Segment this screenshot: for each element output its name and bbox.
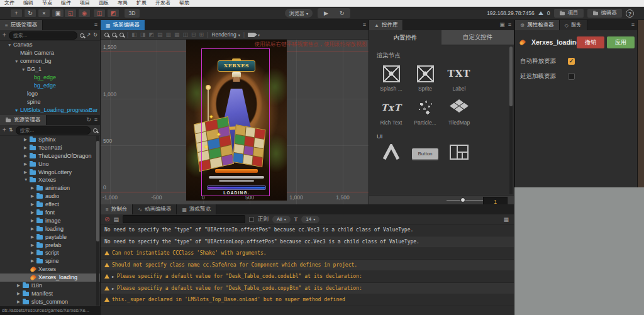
zoom-in-icon[interactable] (104, 33, 109, 37)
hierarchy-node[interactable]: ▼LMSlots_Loading_progressBar (0, 106, 100, 114)
asset-item[interactable]: ▶effect (0, 201, 100, 209)
asset-item[interactable]: Xerxes_loading (0, 274, 100, 282)
expand-arrow-icon[interactable]: ▶ (24, 169, 30, 177)
clear-console-icon[interactable]: ⊘ (104, 216, 109, 223)
scale-tool[interactable]: × (38, 9, 50, 18)
asset-item[interactable]: ▶Uno (0, 160, 100, 169)
export-log-icon[interactable]: ▤ (113, 216, 119, 223)
asset-item[interactable]: ▶prefab (0, 241, 100, 250)
menu-item[interactable]: 扩展 (132, 0, 151, 6)
expand-arrow-icon[interactable]: ▶ (31, 209, 36, 217)
expand-arrow-icon[interactable]: ▶ (24, 160, 30, 169)
log-level-dropdown[interactable]: All▾ (272, 216, 291, 223)
menu-item[interactable]: 节点 (38, 0, 57, 6)
revert-button[interactable]: 撤销 (577, 36, 604, 48)
menu-item[interactable]: 帮助 (175, 0, 194, 6)
asset-item[interactable]: ▶animation (0, 184, 100, 192)
log-row[interactable]: ▶Please specifiy a default value for "De… (101, 271, 514, 283)
tab-游戏预览[interactable]: ▦游戏预览 (177, 204, 216, 214)
asset-item[interactable]: ▼Xerxes (0, 176, 100, 184)
tab-assets[interactable]: 资源管理器 (0, 115, 47, 125)
font-size-dropdown[interactable]: 14▾ (301, 216, 319, 223)
scene-tool-icon[interactable]: ◩ (148, 31, 154, 38)
scene-tool-icon[interactable]: ▦ (174, 31, 180, 38)
asset-item[interactable]: ▶audio (0, 192, 100, 201)
move-tool[interactable]: + (10, 9, 23, 18)
add-asset-button[interactable]: + (3, 127, 6, 133)
widget-item-layout[interactable] (442, 142, 476, 172)
menu-item[interactable]: 项目 (75, 0, 94, 6)
expand-arrow-icon[interactable]: ▶ (112, 274, 114, 279)
scene-canvas[interactable]: 使用鼠标右键平移视窗焦点，使用滚轮缩放视图 XERXES ✦ ✦ ✦ (101, 40, 369, 204)
expand-arrow-icon[interactable]: ▼ (8, 41, 13, 49)
pivot-mode-button[interactable]: ◱ (64, 9, 77, 18)
expand-arrow-icon[interactable]: ▶ (24, 144, 30, 152)
tab-scene-editor[interactable]: ▦ 场景编辑器 (101, 20, 145, 30)
menu-item[interactable]: 开发者 (151, 0, 175, 6)
hierarchy-node[interactable]: ▼BG_1 (0, 65, 100, 74)
rendering-dropdown[interactable]: Rendering▾ (211, 31, 240, 38)
asset-item[interactable]: ▶i18n (0, 282, 100, 290)
widget-item-richtext[interactable]: TxTRich Text (374, 96, 408, 126)
asset-item[interactable]: ▶Sphinx (0, 136, 100, 144)
zoom-reset-icon[interactable] (119, 33, 124, 37)
menu-item[interactable]: 布局 (113, 0, 132, 6)
console-layout-icon[interactable]: ▦ (503, 216, 509, 223)
scene-tool-icon[interactable]: ▥ (165, 31, 171, 38)
log-row[interactable]: ▶Please specifiy a default value for "De… (101, 283, 514, 295)
scene-tool-icon[interactable]: ⊟ (191, 31, 196, 38)
menu-item[interactable]: 文件 (0, 0, 19, 6)
expand-arrow-icon[interactable]: ▶ (31, 217, 36, 225)
checkbox-unchecked[interactable] (568, 73, 575, 80)
asset-item[interactable]: Xerxes (0, 265, 100, 274)
expand-arrow-icon[interactable]: ▶ (31, 241, 36, 250)
expand-arrow-icon[interactable]: ▶ (31, 257, 36, 265)
zoom-value-input[interactable] (483, 197, 508, 204)
expand-arrow-icon[interactable]: ▶ (31, 184, 36, 192)
widget-item-sprite[interactable]: Sprite (408, 62, 442, 92)
menu-item[interactable]: 组件 (57, 0, 75, 6)
asset-item[interactable]: ▶WingoLottery (0, 169, 100, 177)
log-row[interactable]: this._super declared in 'LMSlots_Top_Bas… (101, 294, 514, 306)
regex-checkbox[interactable] (249, 217, 254, 222)
scene-tool-icon[interactable]: ◫ (182, 31, 188, 38)
anchor-mode-button[interactable]: ◉ (78, 9, 91, 18)
expand-arrow-icon[interactable]: ▶ (17, 298, 23, 306)
asset-item[interactable]: ▶font (0, 209, 100, 217)
camera-caret-icon[interactable]: ▾ (258, 33, 260, 37)
expand-arrow-icon[interactable]: ▼ (14, 106, 20, 114)
widget-scrollbar[interactable] (509, 47, 513, 194)
refresh-icon[interactable]: ↻ (86, 116, 91, 123)
refresh-button[interactable]: ↻ (340, 10, 345, 16)
asset-item[interactable]: ▶image (0, 217, 100, 225)
sort-icon[interactable]: ⇅ (9, 127, 13, 133)
zoom-slider-knob[interactable] (460, 197, 465, 202)
asset-item[interactable]: ▶spine (0, 257, 100, 265)
widget-item-splash[interactable]: Splash ... (374, 62, 408, 92)
rect-tool[interactable]: ▣ (52, 9, 64, 18)
preview-target-dropdown[interactable]: 浏览器▾ (285, 9, 313, 18)
asset-item[interactable]: ▶loading (0, 225, 100, 233)
tab-服务[interactable]: ◇服务 (560, 20, 587, 30)
panel-menu-icon[interactable]: ≡ (363, 21, 366, 28)
checkbox-checked[interactable]: ✓ (568, 58, 575, 65)
widget-item-label[interactable]: TXTLabel (442, 62, 476, 92)
expand-arrow-icon[interactable]: ▶ (17, 282, 23, 290)
tab-控制台[interactable]: ≡控制台 (101, 204, 133, 214)
zoom-out-icon[interactable] (112, 33, 116, 37)
grid-gizmo-button[interactable]: ◫ (93, 9, 106, 18)
widget-item-canvas[interactable] (374, 142, 408, 172)
tab-动画编辑器[interactable]: ∿动画编辑器 (133, 204, 177, 214)
hierarchy-node[interactable]: bg_edge (0, 82, 100, 90)
scene-tool-icon[interactable]: ◨ (140, 31, 146, 38)
widget-item-tiledmap[interactable]: TiledMap (442, 96, 476, 126)
tab-自定义控件[interactable]: 自定义控件 (441, 30, 514, 45)
log-row[interactable]: No need to specify the "type" of "UIActi… (101, 224, 514, 236)
expand-arrow-icon[interactable]: ▼ (14, 57, 20, 65)
log-row[interactable]: Can not instantiate CCClass 'Shake' with… (101, 248, 514, 260)
expand-arrow-icon[interactable]: ▶ (31, 201, 36, 209)
asset-item[interactable]: ▶slots_common (0, 298, 100, 306)
scene-tool-icon[interactable]: ▤ (157, 31, 163, 38)
hierarchy-search-input[interactable] (9, 31, 77, 40)
panel-menu-icon[interactable]: ≡ (631, 21, 635, 28)
